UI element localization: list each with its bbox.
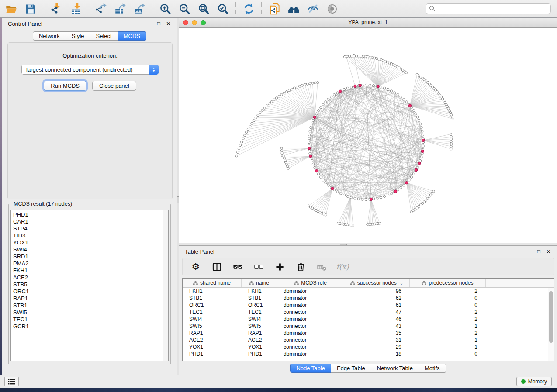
network-canvas[interactable]: [179, 28, 557, 243]
tab-node-table[interactable]: Node Table: [290, 364, 331, 373]
import-network-icon: [50, 3, 62, 15]
search-input[interactable]: [426, 3, 551, 14]
column-header-shared-name[interactable]: shared name: [183, 279, 242, 287]
mcds-result-item[interactable]: STB5: [13, 281, 168, 288]
close-window-icon[interactable]: [183, 20, 188, 25]
cell-successor-nodes: 96: [344, 288, 410, 295]
table-row[interactable]: SWI5SWI5connector431: [183, 323, 554, 330]
cell-shared-name: SWI4: [183, 316, 242, 323]
tab-select[interactable]: Select: [90, 31, 118, 41]
save-session-button[interactable]: [22, 1, 38, 16]
network-document-button[interactable]: [266, 1, 282, 16]
mcds-result-item[interactable]: CAR1: [13, 218, 168, 225]
table-row[interactable]: YOX1YOX1connector291: [183, 344, 554, 351]
memory-button[interactable]: Memory: [516, 377, 552, 386]
import-table-button[interactable]: [67, 1, 83, 16]
control-panel: Control Panel □ ✕ NetworkStyleSelectMCDS…: [2, 18, 177, 375]
mcds-result-item[interactable]: ACE2: [13, 274, 168, 281]
table-row[interactable]: SWI4SWI4dominator462: [183, 316, 554, 323]
columns-button[interactable]: [212, 262, 221, 272]
zoom-selected-button[interactable]: [215, 1, 231, 16]
mcds-result-group-title: MCDS result (17 nodes): [12, 201, 74, 207]
mcds-result-scrollbar[interactable]: [163, 210, 168, 361]
deselect-all-button[interactable]: [254, 262, 263, 272]
mcds-result-item[interactable]: SWI5: [13, 309, 168, 316]
close-panel-button[interactable]: Close panel: [92, 81, 136, 91]
network-view-titlebar: YPA_prune.txt_1: [179, 18, 557, 28]
settings-button[interactable]: ⚙: [191, 262, 201, 272]
cell-predecessor-nodes: 0: [410, 351, 486, 358]
search-network-button[interactable]: [286, 1, 301, 16]
show-panels-menu-button[interactable]: [4, 377, 19, 386]
float-table-panel-icon[interactable]: □: [537, 249, 540, 254]
export-image-button[interactable]: [131, 1, 147, 16]
network-svg[interactable]: [179, 28, 557, 243]
mcds-result-item[interactable]: SRD1: [13, 253, 168, 260]
import-network-button[interactable]: [48, 1, 64, 16]
zoom-in-button[interactable]: [157, 1, 173, 16]
open-session-button[interactable]: [3, 1, 19, 16]
function-button[interactable]: f(x): [338, 262, 347, 272]
table-body: FKH1FKH1dominator962STB1STB1dominator620…: [183, 288, 554, 358]
table-row[interactable]: STB1STB1dominator620: [183, 295, 554, 302]
zoom-out-button[interactable]: [176, 1, 192, 16]
export-table-button[interactable]: [112, 1, 128, 16]
minimize-window-icon[interactable]: [192, 20, 197, 25]
mcds-result-item[interactable]: ORC1: [13, 288, 168, 295]
hide-panel-icon: [307, 3, 319, 15]
mcds-result-item[interactable]: STP4: [13, 225, 168, 232]
tab-motifs[interactable]: Motifs: [419, 364, 446, 373]
column-header-successor-nodes[interactable]: successor nodes⌄: [344, 279, 410, 287]
add-button[interactable]: [275, 262, 284, 272]
cell-name: STB1: [242, 295, 277, 302]
mcds-result-list[interactable]: PHD1CAR1STP4TID3YOX1SWI4SRD1PMA2FKH1ACE2…: [10, 210, 169, 361]
mcds-result-item[interactable]: GCR1: [13, 323, 168, 330]
tab-style[interactable]: Style: [66, 31, 90, 41]
table-scrollbar[interactable]: [548, 288, 554, 361]
column-header-MCDS-role[interactable]: MCDS role: [277, 279, 344, 287]
network-view: YPA_prune.txt_1: [179, 18, 557, 243]
mcds-result-item[interactable]: PMA2: [13, 260, 168, 267]
tab-network-table[interactable]: Network Table: [371, 364, 419, 373]
horizontal-splitter[interactable]: [179, 243, 557, 246]
table-row[interactable]: RAP1RAP1dominator352: [183, 330, 554, 337]
mcds-result-item[interactable]: PHD1: [13, 211, 168, 218]
mcds-result-item[interactable]: STB1: [13, 302, 168, 309]
select-all-button[interactable]: [233, 262, 242, 272]
delete-column-button[interactable]: [317, 262, 326, 272]
column-header-name[interactable]: name: [242, 279, 277, 287]
mcds-result-items: PHD1CAR1STP4TID3YOX1SWI4SRD1PMA2FKH1ACE2…: [13, 211, 168, 330]
run-mcds-button[interactable]: Run MCDS: [44, 81, 86, 91]
close-panel-icon[interactable]: ✕: [166, 21, 171, 27]
show-overview-button[interactable]: [324, 1, 340, 16]
close-table-panel-icon[interactable]: ✕: [546, 249, 551, 254]
cell-shared-name: SWI5: [183, 323, 242, 330]
tab-mcds[interactable]: MCDS: [118, 31, 146, 41]
mcds-result-item[interactable]: TEC1: [13, 316, 168, 323]
criterion-dropdown[interactable]: largest connected component (undirected)…: [21, 65, 159, 75]
attribute-icon: [350, 281, 355, 285]
mcds-result-item[interactable]: YOX1: [13, 239, 168, 246]
table-row[interactable]: ACE2ACE2connector311: [183, 337, 554, 344]
delete-button[interactable]: [296, 262, 305, 272]
table-scrollbar-thumb[interactable]: [549, 291, 553, 343]
table-row[interactable]: FKH1FKH1dominator962: [183, 288, 554, 295]
zoom-fit-button[interactable]: [196, 1, 211, 16]
show-overview-icon: [326, 3, 338, 15]
hide-panel-button[interactable]: [305, 1, 321, 16]
mcds-result-item[interactable]: RAP1: [13, 295, 168, 302]
mcds-result-item[interactable]: TID3: [13, 232, 168, 239]
maximize-window-icon[interactable]: [201, 20, 206, 25]
mcds-result-item[interactable]: FKH1: [13, 267, 168, 274]
mcds-result-item[interactable]: SWI4: [13, 246, 168, 253]
tab-network[interactable]: Network: [33, 31, 66, 41]
float-panel-icon[interactable]: □: [157, 21, 160, 26]
tab-edge-table[interactable]: Edge Table: [331, 364, 371, 373]
table-row[interactable]: ORC1ORC1dominator610: [183, 302, 554, 309]
refresh-button[interactable]: [241, 1, 256, 16]
table-row[interactable]: PHD1PHD1dominator180: [183, 351, 554, 358]
column-header-predecessor-nodes[interactable]: predecessor nodes: [410, 279, 486, 287]
horizontal-splitter-handle[interactable]: [340, 244, 347, 245]
table-row[interactable]: TEC1TEC1connector472: [183, 309, 554, 316]
export-network-button[interactable]: [93, 1, 109, 16]
